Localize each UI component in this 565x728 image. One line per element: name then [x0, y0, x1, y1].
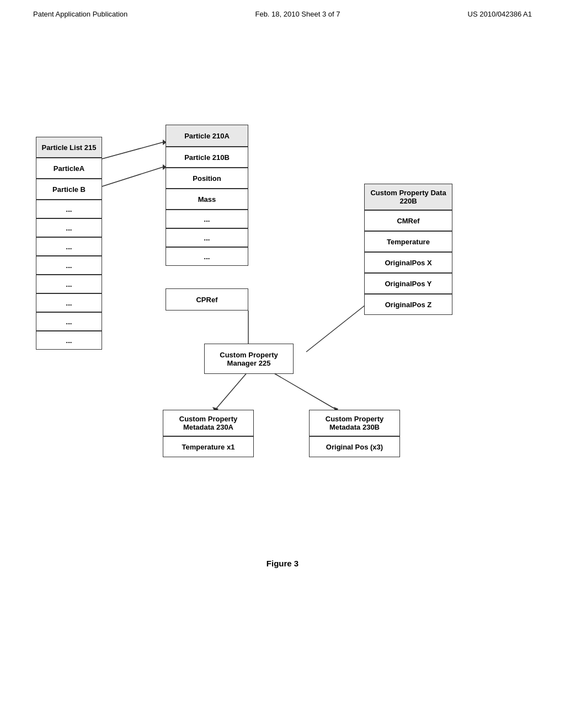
- original-pos-x: OriginalPos X: [364, 252, 452, 273]
- cmref-item: CMRef: [364, 210, 452, 231]
- particle-list-dots-4: ...: [36, 256, 102, 275]
- particle-dots-3: ...: [166, 247, 248, 266]
- mass-item: Mass: [166, 189, 248, 210]
- cpref-item: CPRef: [166, 288, 248, 311]
- custom-property-data-220b: Custom Property Data 220B: [364, 184, 452, 210]
- diagram-area: Particle List 215 ParticleA Particle B .…: [0, 51, 565, 548]
- temperature-x1: Temperature x1: [163, 436, 254, 457]
- svg-line-8: [215, 371, 248, 410]
- figure-caption: Figure 3: [0, 559, 565, 568]
- original-pos-z: OriginalPos Z: [364, 294, 452, 315]
- particle-dots-2: ...: [166, 228, 248, 247]
- header-left: Patent Application Publication: [33, 10, 127, 18]
- position-item: Position: [166, 168, 248, 189]
- particle-list-dots-5: ...: [36, 275, 102, 293]
- particle-list-dots-8: ...: [36, 331, 102, 350]
- custom-property-manager: Custom Property Manager 225: [204, 344, 294, 374]
- particle-list-dots-1: ...: [36, 200, 102, 218]
- page-header: Patent Application Publication Feb. 18, …: [0, 0, 565, 18]
- original-pos-y: OriginalPos Y: [364, 273, 452, 294]
- svg-line-10: [270, 371, 337, 410]
- particle-dots-1: ...: [166, 210, 248, 228]
- custom-property-metadata-230b-header: Custom Property Metadata 230B: [309, 410, 400, 436]
- particle-b-item: Particle B: [36, 179, 102, 200]
- particle-list-dots-2: ...: [36, 218, 102, 237]
- temperature-item: Temperature: [364, 231, 452, 252]
- particle-list-dots-7: ...: [36, 312, 102, 331]
- particle-a-item: ParticleA: [36, 158, 102, 179]
- particle-list-dots-6: ...: [36, 293, 102, 312]
- header-middle: Feb. 18, 2010 Sheet 3 of 7: [255, 10, 340, 18]
- svg-line-0: [102, 142, 163, 159]
- header-right: US 2010/042386 A1: [468, 10, 532, 18]
- particle-210a: Particle 210A: [166, 125, 248, 147]
- svg-line-2: [102, 167, 163, 186]
- original-pos-x3: Original Pos (x3): [309, 436, 400, 457]
- particle-list-header: Particle List 215: [36, 137, 102, 158]
- particle-210b: Particle 210B: [166, 147, 248, 168]
- particle-list-dots-3: ...: [36, 237, 102, 256]
- custom-property-metadata-230a-header: Custom Property Metadata 230A: [163, 410, 254, 436]
